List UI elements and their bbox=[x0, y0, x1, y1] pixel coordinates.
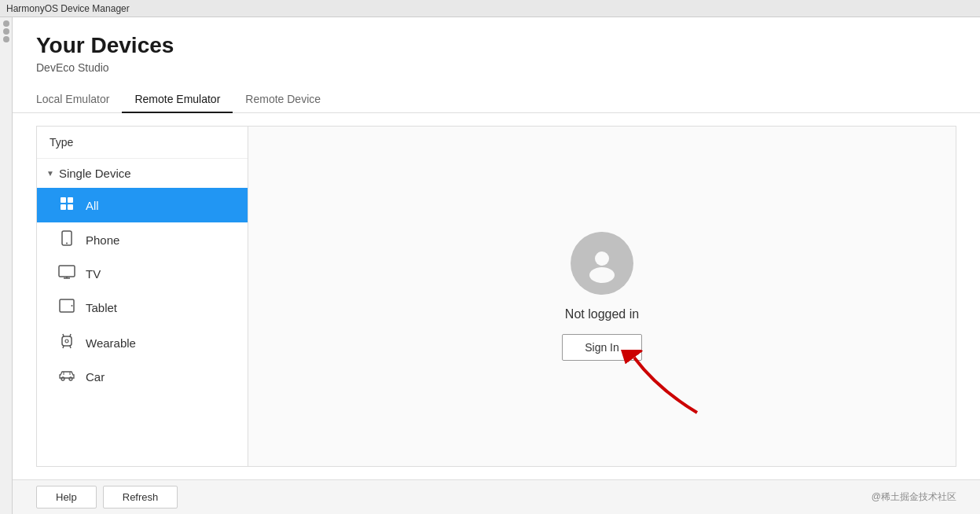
tab-local-emulator[interactable]: Local Emulator bbox=[36, 86, 122, 113]
watermark: @稀土掘金技术社区 bbox=[872, 490, 956, 504]
not-logged-in-container: Not logged in Sign In bbox=[562, 232, 642, 361]
sidebar-dot-2 bbox=[3, 28, 9, 35]
type-panel: Type ▼ Single Device bbox=[36, 126, 248, 467]
svg-point-10 bbox=[72, 305, 73, 307]
device-item-phone[interactable]: Phone bbox=[37, 222, 248, 257]
avatar bbox=[571, 232, 633, 295]
svg-rect-11 bbox=[62, 336, 72, 346]
page-title: Your Devices bbox=[36, 33, 956, 58]
all-icon bbox=[56, 196, 78, 215]
header: Your Devices DevEco Studio bbox=[13, 17, 980, 86]
sidebar-strip bbox=[0, 17, 13, 514]
svg-point-22 bbox=[589, 267, 615, 283]
svg-point-18 bbox=[69, 377, 72, 380]
type-panel-header: Type bbox=[37, 127, 248, 159]
device-item-tv[interactable]: TV bbox=[37, 257, 248, 290]
device-item-all[interactable]: All bbox=[37, 188, 248, 222]
device-item-wearable[interactable]: Wearable bbox=[37, 325, 248, 361]
svg-point-21 bbox=[595, 251, 609, 266]
help-button[interactable]: Help bbox=[36, 486, 97, 508]
svg-line-14 bbox=[63, 346, 64, 348]
tab-remote-emulator[interactable]: Remote Emulator bbox=[122, 86, 233, 113]
sign-in-button[interactable]: Sign In bbox=[562, 334, 642, 361]
tabs-bar: Local Emulator Remote Emulator Remote De… bbox=[13, 86, 980, 113]
refresh-button[interactable]: Refresh bbox=[103, 486, 178, 508]
bottom-buttons: Help Refresh bbox=[36, 486, 178, 508]
phone-icon bbox=[56, 230, 78, 249]
svg-rect-6 bbox=[59, 266, 75, 277]
sidebar-dot-3 bbox=[3, 36, 9, 42]
svg-point-5 bbox=[66, 243, 68, 244]
svg-rect-0 bbox=[61, 197, 66, 203]
wearable-label: Wearable bbox=[86, 336, 136, 350]
svg-line-15 bbox=[70, 346, 71, 348]
phone-label: Phone bbox=[86, 233, 119, 247]
top-bar: HarmonyOS Device Manager bbox=[0, 0, 980, 17]
content-area: Your Devices DevEco Studio Local Emulato… bbox=[13, 17, 980, 514]
annotation-arrow bbox=[618, 350, 713, 424]
page-subtitle: DevEco Studio bbox=[36, 61, 956, 74]
section-single-device[interactable]: ▼ Single Device bbox=[37, 159, 248, 188]
device-item-tablet[interactable]: Tablet bbox=[37, 290, 248, 325]
svg-line-12 bbox=[63, 334, 64, 336]
not-logged-text: Not logged in bbox=[565, 307, 639, 321]
tablet-label: Tablet bbox=[86, 301, 117, 314]
device-item-car[interactable]: Car bbox=[37, 361, 248, 392]
section-arrow-icon: ▼ bbox=[46, 169, 54, 178]
tab-remote-device[interactable]: Remote Device bbox=[233, 86, 333, 113]
car-label: Car bbox=[86, 370, 105, 384]
device-panel: Type ▼ Single Device bbox=[13, 113, 980, 479]
section-label: Single Device bbox=[59, 167, 131, 180]
svg-point-16 bbox=[65, 340, 68, 343]
svg-rect-2 bbox=[61, 204, 66, 210]
bottom-bar: Help Refresh @稀土掘金技术社区 bbox=[13, 479, 980, 514]
svg-line-13 bbox=[70, 334, 71, 336]
car-icon bbox=[56, 369, 78, 384]
wearable-icon bbox=[56, 332, 78, 353]
tv-icon bbox=[56, 265, 78, 282]
tv-label: TV bbox=[86, 267, 101, 281]
svg-point-17 bbox=[61, 377, 64, 380]
tablet-icon bbox=[56, 298, 78, 317]
sidebar-dot-1 bbox=[3, 20, 9, 27]
main-container: Your Devices DevEco Studio Local Emulato… bbox=[0, 17, 980, 514]
main-content-area: Not logged in Sign In bbox=[248, 126, 956, 467]
all-label: All bbox=[86, 199, 99, 212]
svg-rect-3 bbox=[68, 204, 73, 210]
app-title: HarmonyOS Device Manager bbox=[6, 3, 130, 14]
svg-rect-1 bbox=[68, 197, 73, 203]
